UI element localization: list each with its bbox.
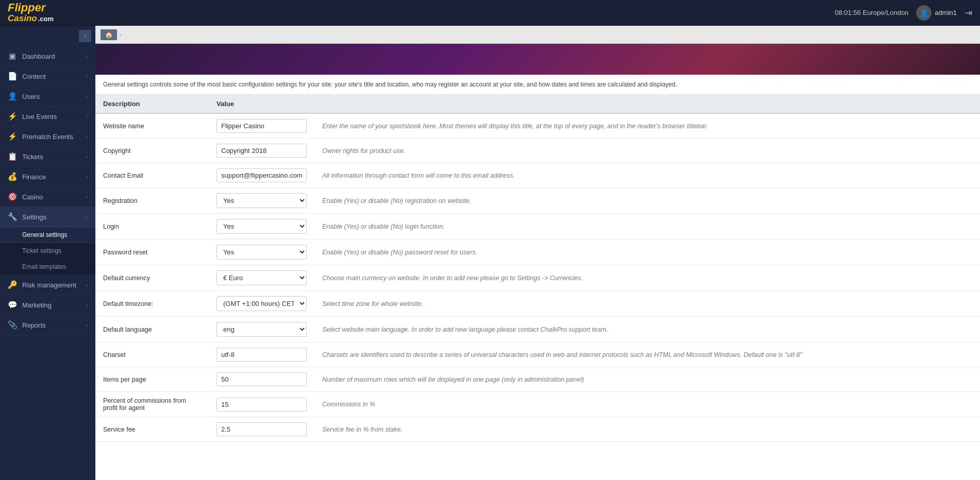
table-row: Contact EmailAll information through con… <box>95 163 980 188</box>
row-input[interactable] <box>217 168 307 182</box>
row-value-cell <box>209 392 314 417</box>
row-value-cell: YesNo <box>209 239 314 265</box>
sidebar-item-content[interactable]: 📄 Content › <box>0 66 95 87</box>
row-label: Contact Email <box>95 163 209 188</box>
row-description: Enable (Yes) or disable (No) registratio… <box>314 188 980 214</box>
chevron-right-icon: › <box>86 282 88 288</box>
col-header-description: Description <box>95 95 209 113</box>
row-input[interactable] <box>217 398 307 412</box>
sidebar-item-risk-management[interactable]: 🔑 Risk management › <box>0 275 95 295</box>
sidebar-item-tickets[interactable]: 📋 Tickets › <box>0 147 95 167</box>
row-select[interactable]: engspafradeu <box>217 322 307 337</box>
table-row: Service feeService fee in % from stake. <box>95 417 980 442</box>
table-row: Default timezone:(GMT +1:00 hours) CET(C… <box>95 291 980 317</box>
sidebar-item-finance[interactable]: 💰 Finance › <box>0 167 95 187</box>
table-row: Default languageengspafradeuSelect websi… <box>95 317 980 342</box>
logout-button[interactable]: ⇥ <box>965 7 972 19</box>
dashboard-icon: ▣ <box>8 52 17 61</box>
sidebar-item-live-events[interactable]: ⚡ Live Events › <box>0 107 95 127</box>
row-label: Service fee <box>95 417 209 442</box>
sub-nav-item-email-templates[interactable]: Email templates <box>0 259 95 275</box>
row-label: Copyright <box>95 139 209 163</box>
row-select[interactable]: YesNo <box>217 193 307 208</box>
row-value-cell: YesNo <box>209 188 314 214</box>
content-icon: 📄 <box>8 72 17 81</box>
user-info: 👤 admin1 <box>916 5 957 21</box>
row-description: Select time zone for whole website. <box>314 291 980 317</box>
row-value-cell: (GMT +1:00 hours) CET(Cent(GMT +0:00 hou… <box>209 291 314 317</box>
marketing-icon: 💬 <box>8 300 17 310</box>
sidebar-item-label: Content <box>22 73 81 80</box>
sidebar-toggle-button[interactable]: ‹ <box>79 30 91 42</box>
sub-nav-item-ticket-settings[interactable]: Ticket settings <box>0 243 95 259</box>
row-select[interactable]: YesNo <box>217 219 307 234</box>
row-select[interactable]: YesNo <box>217 245 307 260</box>
main-layout: ‹ ▣ Dashboard › 📄 Content › 👤 Users › ⚡ … <box>0 26 980 480</box>
row-description: Select website main language. In order t… <box>314 317 980 342</box>
header: Flipper Casino .com 08:01:56 Europe/Lond… <box>0 0 980 26</box>
row-value-cell: engspafradeu <box>209 317 314 342</box>
row-input[interactable] <box>217 422 307 436</box>
row-value-cell <box>209 342 314 367</box>
sidebar-item-prematch-events[interactable]: ⚡ Prematch Events › <box>0 127 95 147</box>
sidebar-item-label: Dashboard <box>22 53 81 60</box>
row-input[interactable] <box>217 144 307 158</box>
sub-nav-item-general-settings[interactable]: General settings <box>0 227 95 243</box>
table-row: Password resetYesNoEnable (Yes) or disab… <box>95 239 980 265</box>
row-description: All information through contact form wil… <box>314 163 980 188</box>
chevron-right-icon: › <box>86 154 88 160</box>
row-select[interactable]: (GMT +1:00 hours) CET(Cent(GMT +0:00 hou… <box>217 296 307 311</box>
table-row: CharsetCharsets are identifiers used to … <box>95 342 980 367</box>
row-label: Default currency <box>95 265 209 291</box>
finance-icon: 💰 <box>8 172 17 181</box>
casino-icon: 🎯 <box>8 192 17 201</box>
row-value-cell: YesNo <box>209 214 314 239</box>
sidebar-item-settings[interactable]: 🔧 Settings › <box>0 207 95 227</box>
sidebar-item-label: Marketing <box>22 301 81 309</box>
live-events-icon: ⚡ <box>8 112 17 121</box>
logo-flipper-text: Flipper <box>8 2 54 14</box>
row-label: Items per page <box>95 367 209 392</box>
row-select[interactable]: € Euro$ USD£ GBP <box>217 270 307 285</box>
table-row: Default currency€ Euro$ USD£ GBPChoose m… <box>95 265 980 291</box>
sidebar-item-label: Settings <box>22 213 81 221</box>
row-input[interactable] <box>217 372 307 386</box>
col-header-desc <box>314 95 980 113</box>
sidebar-item-label: Prematch Events <box>22 133 81 141</box>
chevron-right-icon: › <box>86 174 88 180</box>
prematch-events-icon: ⚡ <box>8 132 17 141</box>
row-description: Commissions in % <box>314 392 980 417</box>
row-input[interactable] <box>217 119 307 133</box>
sidebar-item-label: Tickets <box>22 153 81 161</box>
row-description: Number of maximum rows which will be dis… <box>314 367 980 392</box>
row-description: Enable (Yes) or disable (No) password re… <box>314 239 980 265</box>
content-area: 🏠 › General settings controls some of th… <box>95 26 980 480</box>
row-description: Service fee in % from stake. <box>314 417 980 442</box>
row-label: Percent of commissions from profit for a… <box>95 392 209 417</box>
row-label: Website name <box>95 113 209 139</box>
username-display: admin1 <box>935 9 957 16</box>
sidebar-toggle-area: ‹ <box>0 26 95 46</box>
chevron-right-icon: › <box>86 194 88 200</box>
chevron-right-icon: › <box>86 134 88 140</box>
table-row: LoginYesNoEnable (Yes) or disable (No) l… <box>95 214 980 239</box>
table-header-row: Description Value <box>95 95 980 113</box>
sidebar-item-marketing[interactable]: 💬 Marketing › <box>0 295 95 315</box>
table-row: Website nameEnter the name of your sport… <box>95 113 980 139</box>
breadcrumb-separator: › <box>119 30 122 39</box>
risk-management-icon: 🔑 <box>8 280 17 289</box>
sidebar-item-casino[interactable]: 🎯 Casino › <box>0 187 95 207</box>
sidebar-item-users[interactable]: 👤 Users › <box>0 87 95 107</box>
col-header-value: Value <box>209 95 314 113</box>
row-input[interactable] <box>217 348 307 362</box>
breadcrumb: 🏠 › <box>95 26 980 44</box>
chevron-right-icon: › <box>86 54 88 59</box>
row-label: Charset <box>95 342 209 367</box>
clock-display: 08:01:56 Europe/London <box>835 9 908 16</box>
row-description: Enable (Yes) or disable (No) login funct… <box>314 214 980 239</box>
breadcrumb-home-button[interactable]: 🏠 <box>101 29 117 40</box>
row-label: Password reset <box>95 239 209 265</box>
header-right: 08:01:56 Europe/London 👤 admin1 ⇥ <box>835 5 972 21</box>
sidebar-item-dashboard[interactable]: ▣ Dashboard › <box>0 46 95 66</box>
sidebar-item-reports[interactable]: 📎 Reports › <box>0 315 95 335</box>
